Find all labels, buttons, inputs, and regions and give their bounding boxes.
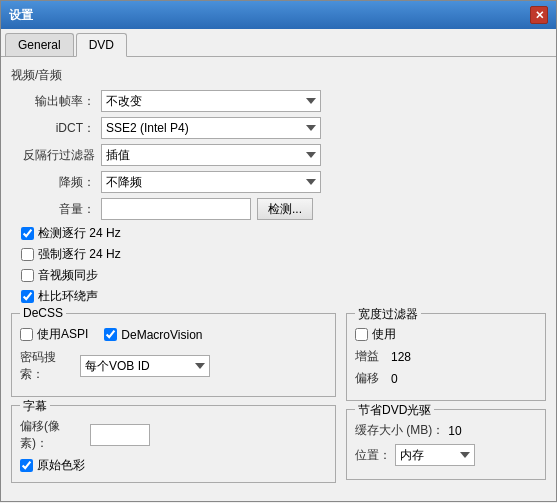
subtitle-offset-input[interactable]: 0 <box>90 424 150 446</box>
output-rate-row: 输出帧率： 不改变 <box>11 90 546 112</box>
width-filter-gain-row: 增益 128 <box>355 348 537 365</box>
subtitle-content: 偏移(像素)： 0 原始色彩 <box>20 418 327 474</box>
window-title: 设置 <box>9 7 33 24</box>
decss-title: DeCSS <box>20 306 66 320</box>
downsample-row: 降频： 不降频 <box>11 171 546 193</box>
width-filter-offset-value: 0 <box>391 372 398 386</box>
title-bar: 设置 ✕ <box>1 1 556 29</box>
original-color-row: 原始色彩 <box>20 457 327 474</box>
aspi-demacro-row: 使用ASPI DeMacroVision <box>20 326 327 343</box>
password-search-row: 密码搜索： 每个VOB ID <box>20 349 327 383</box>
dvd-save-content: 缓存大小 (MB)： 10 位置： 内存 <box>355 422 537 466</box>
output-rate-label: 输出帧率： <box>11 93 101 110</box>
password-search-label: 密码搜索： <box>20 349 80 383</box>
left-column: DeCSS 使用ASPI DeMacroVision 密码搜索： 每个VOB I… <box>11 313 346 491</box>
right-column: 宽度过滤器 使用 增益 128 偏移 0 <box>346 313 546 491</box>
check-24hz-checkbox[interactable] <box>21 227 34 240</box>
bottom-section: DeCSS 使用ASPI DeMacroVision 密码搜索： 每个VOB I… <box>11 313 546 491</box>
width-filter-use-row: 使用 <box>355 326 537 343</box>
original-color-label: 原始色彩 <box>37 457 85 474</box>
dvd-save-group: 节省DVD光驱 缓存大小 (MB)： 10 位置： 内存 <box>346 409 546 480</box>
width-filter-use-checkbox[interactable] <box>355 328 368 341</box>
volume-label: 音量： <box>11 201 101 218</box>
buffer-size-value: 10 <box>448 424 461 438</box>
dvd-tab-content: 视频/音频 输出帧率： 不改变 iDCT： SSE2 (Intel P4) 反隔… <box>1 57 556 501</box>
width-filter-offset-row: 偏移 0 <box>355 370 537 387</box>
width-filter-group: 宽度过滤器 使用 增益 128 偏移 0 <box>346 313 546 401</box>
idct-select[interactable]: SSE2 (Intel P4) <box>101 117 321 139</box>
idct-row: iDCT： SSE2 (Intel P4) <box>11 117 546 139</box>
force-24hz-row: 强制逐行 24 Hz <box>21 246 546 263</box>
tab-general[interactable]: General <box>5 33 74 56</box>
use-aspi-checkbox[interactable] <box>20 328 33 341</box>
width-filter-use-label: 使用 <box>372 326 396 343</box>
dolby-row: 杜比环绕声 <box>21 288 546 305</box>
subtitle-group: 字幕 偏移(像素)： 0 原始色彩 <box>11 405 336 483</box>
video-audio-section-title: 视频/音频 <box>11 67 546 84</box>
force-24hz-label: 强制逐行 24 Hz <box>38 246 121 263</box>
subtitle-offset-label: 偏移(像素)： <box>20 418 90 452</box>
downsample-select[interactable]: 不降频 <box>101 171 321 193</box>
decss-group: DeCSS 使用ASPI DeMacroVision 密码搜索： 每个VOB I… <box>11 313 336 397</box>
subtitle-offset-row: 偏移(像素)： 0 <box>20 418 327 452</box>
downsample-label: 降频： <box>11 174 101 191</box>
decss-content: 使用ASPI DeMacroVision 密码搜索： 每个VOB ID <box>20 326 327 383</box>
password-search-select[interactable]: 每个VOB ID <box>80 355 210 377</box>
buffer-size-label: 缓存大小 (MB)： <box>355 422 444 439</box>
position-select[interactable]: 内存 <box>395 444 475 466</box>
force-24hz-checkbox[interactable] <box>21 248 34 261</box>
close-button[interactable]: ✕ <box>530 6 548 24</box>
check-24hz-row: 检测逐行 24 Hz <box>21 225 546 242</box>
original-color-checkbox[interactable] <box>20 459 33 472</box>
volume-row: 音量： 3 检测... <box>11 198 546 220</box>
av-sync-row: 音视频同步 <box>21 267 546 284</box>
av-sync-checkbox[interactable] <box>21 269 34 282</box>
width-filter-gain-label: 增益 <box>355 348 391 365</box>
width-filter-title: 宽度过滤器 <box>355 306 421 323</box>
demacrovision-checkbox[interactable] <box>104 328 117 341</box>
use-aspi-label: 使用ASPI <box>37 326 88 343</box>
dvd-save-title: 节省DVD光驱 <box>355 402 434 419</box>
dolby-checkbox[interactable] <box>21 290 34 303</box>
detect-button[interactable]: 检测... <box>257 198 313 220</box>
idct-label: iDCT： <box>11 120 101 137</box>
deinterlace-select[interactable]: 插值 <box>101 144 321 166</box>
volume-input[interactable]: 3 <box>101 198 251 220</box>
av-sync-label: 音视频同步 <box>38 267 98 284</box>
buffer-size-row: 缓存大小 (MB)： 10 <box>355 422 537 439</box>
width-filter-content: 使用 增益 128 偏移 0 <box>355 326 537 387</box>
subtitle-title: 字幕 <box>20 398 50 415</box>
output-rate-select[interactable]: 不改变 <box>101 90 321 112</box>
width-filter-gain-value: 128 <box>391 350 411 364</box>
dolby-label: 杜比环绕声 <box>38 288 98 305</box>
tab-bar: General DVD <box>1 29 556 57</box>
settings-window: 设置 ✕ General DVD 视频/音频 输出帧率： 不改变 iDCT： S… <box>0 0 557 502</box>
position-row: 位置： 内存 <box>355 444 537 466</box>
deinterlace-row: 反隔行过滤器 插值 <box>11 144 546 166</box>
deinterlace-label: 反隔行过滤器 <box>11 147 101 164</box>
check-24hz-label: 检测逐行 24 Hz <box>38 225 121 242</box>
position-label: 位置： <box>355 447 391 464</box>
tab-dvd[interactable]: DVD <box>76 33 127 57</box>
width-filter-offset-label: 偏移 <box>355 370 391 387</box>
demacrovision-label: DeMacroVision <box>121 328 202 342</box>
